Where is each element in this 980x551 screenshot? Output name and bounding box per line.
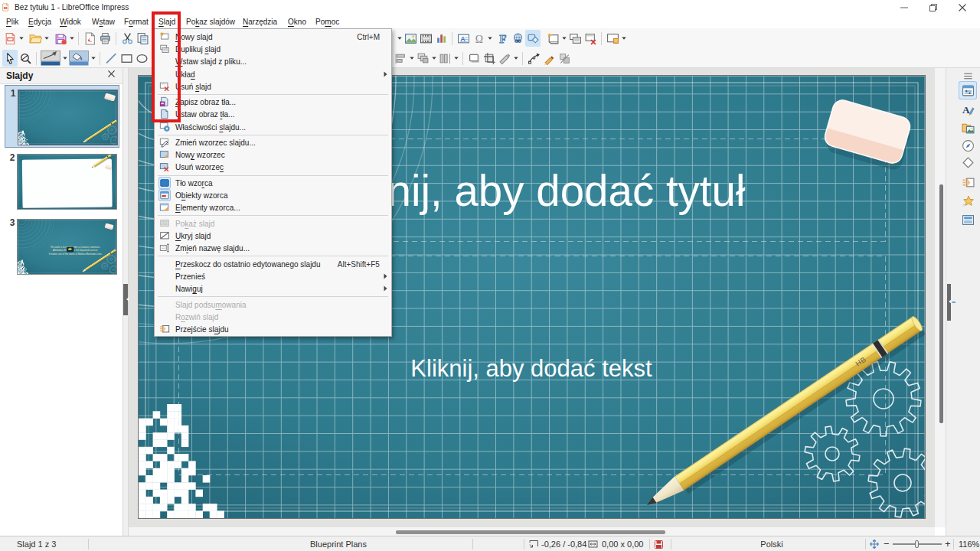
- menubar-item-edycja[interactable]: Edycja: [28, 15, 51, 28]
- document-modified-icon[interactable]: [655, 540, 663, 549]
- slides-panel-close-icon[interactable]: [108, 70, 119, 81]
- menu-item-właściwości-slajdu[interactable]: Właściwości slajdu...: [155, 120, 391, 132]
- sidebar-tab-master[interactable]: [959, 210, 977, 229]
- insert-chart-button[interactable]: [433, 30, 449, 47]
- select-button[interactable]: [2, 50, 18, 67]
- menu-item-zmień-wzorzec-slajdu[interactable]: Zmień wzorzec slajdu...: [155, 136, 391, 148]
- vertical-scrollbar-thumb[interactable]: [939, 184, 943, 423]
- zoom-in-button[interactable]: +: [945, 538, 951, 549]
- statusbar-language[interactable]: Polski: [760, 540, 782, 549]
- menu-item-obiekty-wzorca[interactable]: Obiekty wzorca: [155, 189, 391, 201]
- show-draw-functions-button[interactable]: [525, 30, 541, 47]
- insert-media-button[interactable]: [418, 30, 433, 47]
- panel-collapse-handle[interactable]: [123, 284, 128, 315]
- hyperlink-button[interactable]: [510, 30, 525, 47]
- menu-item-ustaw-obraz-tła[interactable]: Ustaw obraz tła...: [155, 108, 391, 120]
- menubar-item-format[interactable]: Format: [124, 15, 149, 28]
- close-button[interactable]: [948, 0, 977, 15]
- align-button[interactable]: [393, 50, 408, 67]
- new-document-button[interactable]: [2, 30, 18, 47]
- statusbar-template-name[interactable]: Blueprint Plans: [310, 540, 367, 549]
- menubar-item-narz-dzia[interactable]: Narzędzia: [243, 15, 277, 28]
- insert-image-button[interactable]: [403, 30, 418, 47]
- maximize-button[interactable]: [919, 0, 948, 15]
- toolbar-dropdown-arrow[interactable]: [430, 50, 437, 67]
- menu-item-przeskocz-do-ostatnio-edytowanego-slajdu[interactable]: Przeskocz do ostatnio edytowanego slajdu…: [155, 258, 391, 270]
- sidebar-tab-properties[interactable]: [959, 81, 977, 99]
- slide-thumbnail-1[interactable]: 1: [5, 85, 119, 148]
- slide-thumbnail-3[interactable]: 3 The work is licensed under a Creative …: [5, 215, 119, 278]
- new-slide-button[interactable]: [545, 30, 560, 47]
- toolbar-dropdown-arrow[interactable]: [61, 50, 68, 67]
- menu-item-usuń-slajd[interactable]: Usuń slajd: [155, 80, 391, 93]
- menu-item-nawiguj[interactable]: Nawiguj: [155, 282, 391, 295]
- sidebar-tab-animation[interactable]: [959, 191, 977, 210]
- statusbar-zoom-value[interactable]: 116%: [959, 540, 979, 549]
- arrange-button[interactable]: [415, 50, 430, 67]
- statusbar-cursor-position[interactable]: -0,26 / -0,84: [541, 540, 586, 549]
- toolbar-dropdown-arrow[interactable]: [452, 50, 459, 67]
- menu-item-duplikuj-slajd[interactable]: Duplikuj slajd: [155, 43, 391, 55]
- vertical-scrollbar[interactable]: [935, 68, 946, 527]
- menu-item-usuń-wzorzec[interactable]: Usuń wzorzec: [155, 161, 391, 173]
- ellipse-button[interactable]: [134, 50, 149, 67]
- toolbar-dropdown-arrow[interactable]: [90, 50, 96, 67]
- menu-item-elementy-wzorca[interactable]: Elementy wzorca...: [155, 201, 391, 214]
- zoom-out-button[interactable]: −: [884, 538, 890, 549]
- toolbar-dropdown-arrow[interactable]: [43, 30, 50, 47]
- save-button[interactable]: [53, 30, 68, 47]
- toolbar-dropdown-arrow[interactable]: [620, 30, 627, 47]
- menu-item-przenieś[interactable]: Przenieś: [155, 270, 391, 282]
- slide-thumbnail-2[interactable]: 2: [5, 150, 119, 213]
- fit-slide-icon[interactable]: [870, 540, 879, 549]
- rectangle-button[interactable]: [119, 50, 134, 67]
- delete-slide-button[interactable]: [583, 30, 598, 47]
- open-button[interactable]: [28, 30, 43, 47]
- menubar-item-pomoc[interactable]: Pomoc: [315, 15, 339, 28]
- fill-color-button[interactable]: [68, 50, 90, 67]
- menu-item-ukryj-slajd[interactable]: Ukryj slajd: [155, 230, 391, 242]
- statusbar-slide-info[interactable]: Slajd 1 z 3: [17, 540, 56, 549]
- distribute-button[interactable]: [437, 50, 452, 67]
- fontwork-button[interactable]: F: [495, 30, 510, 47]
- print-button[interactable]: [97, 30, 113, 47]
- menubar-item-pokaz-slajd-w[interactable]: Pokaz slajdów: [186, 15, 235, 28]
- sidebar-tab-gallery[interactable]: [959, 119, 977, 137]
- menubar-item-widok[interactable]: Widok: [60, 15, 81, 28]
- zoom-pan-button[interactable]: [18, 50, 33, 67]
- sidebar-tab-shapes[interactable]: [959, 153, 977, 171]
- toolbar-dropdown-arrow[interactable]: [486, 30, 493, 47]
- menubar-item-plik[interactable]: Plik: [6, 15, 18, 28]
- sidebar-tab-navigator[interactable]: [959, 136, 977, 155]
- horizontal-scrollbar-thumb[interactable]: [396, 530, 665, 534]
- menu-item-nowy-slajd[interactable]: Nowy slajdCtrl+M: [155, 31, 391, 43]
- minimize-button[interactable]: [890, 0, 919, 15]
- cut-button[interactable]: [119, 30, 135, 47]
- toolbar-dropdown-arrow[interactable]: [512, 50, 519, 67]
- menu-item-nowy-wzorzec[interactable]: Nowy wzorzec: [155, 148, 391, 161]
- shadow-button[interactable]: [466, 50, 482, 67]
- insert-textbox-button[interactable]: A: [456, 30, 471, 47]
- line-style-button[interactable]: [40, 50, 61, 67]
- edit-points-button[interactable]: [526, 50, 541, 67]
- sidebar-tab-styles[interactable]: A: [959, 100, 977, 119]
- menu-item-tło-wzorca[interactable]: Tło wzorca: [155, 177, 391, 189]
- sidebar-tab-transition[interactable]: [959, 173, 977, 191]
- menu-item-wstaw-slajd-z-pliku[interactable]: Wstaw slajd z pliku...: [155, 55, 391, 67]
- menu-item-zmień-nazwę-slajdu[interactable]: Zmień nazwę slajdu...: [155, 242, 391, 254]
- menubar-item-okno[interactable]: Okno: [288, 15, 306, 28]
- crop-button[interactable]: [482, 50, 497, 67]
- slide-properties-button[interactable]: [605, 30, 620, 47]
- toolbar-dropdown-arrow[interactable]: [408, 50, 415, 67]
- statusbar-object-size[interactable]: 0,00 x 0,00: [602, 540, 643, 549]
- duplicate-slide-button[interactable]: [567, 30, 583, 47]
- menubar-item-wstaw[interactable]: Wstaw: [92, 15, 115, 28]
- toggle-extrusion-button[interactable]: [557, 50, 572, 67]
- zoom-slider-thumb[interactable]: [915, 540, 919, 548]
- glue-points-button[interactable]: [541, 50, 557, 67]
- export-pdf-button[interactable]: [82, 30, 97, 47]
- toolbar-dropdown-arrow[interactable]: [18, 30, 24, 47]
- toolbar-dropdown-arrow[interactable]: [396, 30, 403, 47]
- sidebar-collapse-handle[interactable]: [947, 284, 951, 321]
- toolbar-dropdown-arrow[interactable]: [68, 30, 75, 47]
